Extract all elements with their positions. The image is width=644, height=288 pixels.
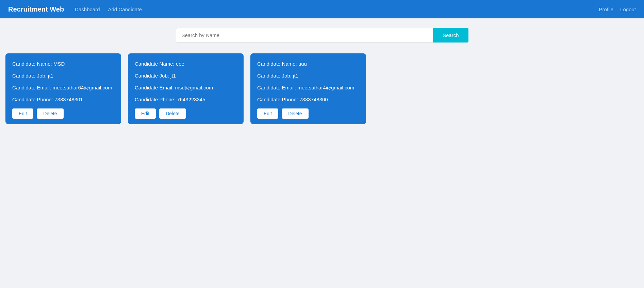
- edit-button[interactable]: Edit: [135, 108, 156, 119]
- candidate-email: Candidate Email: msd@gmail.com: [135, 84, 237, 91]
- nav-link-add-candidate[interactable]: Add Candidate: [108, 6, 142, 12]
- candidate-job: Candidate Job: jt1: [257, 72, 359, 79]
- candidate-name: Candidate Name: eee: [135, 60, 237, 67]
- navbar: Recruitment Web Dashboard Add Candidate …: [0, 0, 644, 18]
- candidate-card: Candidate Name: eee Candidate Job: jt1 C…: [128, 53, 244, 124]
- nav-profile-link[interactable]: Profile: [599, 6, 614, 12]
- search-section: Search: [0, 18, 644, 51]
- candidate-card: Candidate Name: MSD Candidate Job: jt1 C…: [5, 53, 121, 124]
- candidate-job: Candidate Job: jt1: [12, 72, 114, 79]
- nav-brand: Recruitment Web: [8, 5, 64, 13]
- candidate-email: Candidate Email: meetsuthar4@gmail.com: [257, 84, 359, 91]
- card-actions: Edit Delete: [257, 108, 359, 119]
- card-actions: Edit Delete: [12, 108, 114, 119]
- candidate-card: Candidate Name: uuu Candidate Job: jt1 C…: [250, 53, 366, 124]
- candidate-name: Candidate Name: MSD: [12, 60, 114, 67]
- card-actions: Edit Delete: [135, 108, 237, 119]
- nav-links: Dashboard Add Candidate: [75, 6, 599, 12]
- candidate-name: Candidate Name: uuu: [257, 60, 359, 67]
- candidate-phone: Candidate Phone: 7643223345: [135, 96, 237, 103]
- nav-link-dashboard[interactable]: Dashboard: [75, 6, 100, 12]
- candidate-phone: Candidate Phone: 7383748301: [12, 96, 114, 103]
- nav-right: Profile Logout: [599, 6, 636, 12]
- candidate-email: Candidate Email: meetsuthar64@gmail.com: [12, 84, 114, 91]
- candidate-phone: Candidate Phone: 7383748300: [257, 96, 359, 103]
- edit-button[interactable]: Edit: [12, 108, 33, 119]
- search-button[interactable]: Search: [433, 28, 468, 43]
- cards-section: Candidate Name: MSD Candidate Job: jt1 C…: [0, 51, 644, 132]
- search-container: Search: [176, 28, 468, 43]
- candidate-job: Candidate Job: jt1: [135, 72, 237, 79]
- delete-button[interactable]: Delete: [37, 108, 63, 119]
- delete-button[interactable]: Delete: [282, 108, 308, 119]
- delete-button[interactable]: Delete: [159, 108, 186, 119]
- search-input[interactable]: [176, 28, 433, 43]
- edit-button[interactable]: Edit: [257, 108, 278, 119]
- nav-logout-link[interactable]: Logout: [620, 6, 636, 12]
